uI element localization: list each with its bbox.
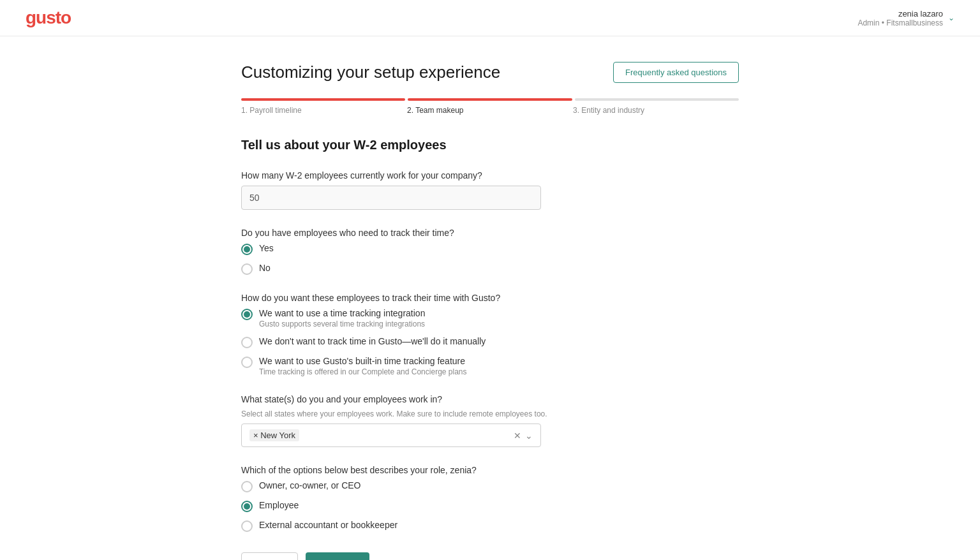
radio-manual-text: We don't want to track time in Gusto—we'…	[259, 336, 486, 346]
time-tracking-integration[interactable]: We want to use a time tracking integrati…	[241, 308, 739, 328]
role-accountant[interactable]: External accountant or bookkeeper	[241, 520, 739, 532]
progress-segment-1	[241, 98, 405, 101]
radio-builtin-sub: Time tracking is offered in our Complete…	[259, 367, 467, 376]
chevron-down-icon: ⌄	[948, 13, 954, 22]
progress-label-1: 1. Payroll timeline	[241, 106, 407, 115]
submit-button[interactable]: Submit	[306, 552, 369, 560]
state-tag-label: × New York	[253, 431, 295, 440]
employee-count-group: How many W-2 employees currently work fo…	[241, 170, 739, 210]
role-label: Which of the options below best describe…	[241, 465, 739, 475]
radio-accountant[interactable]	[241, 520, 253, 532]
time-tracking-label: How do you want these employees to track…	[241, 293, 739, 303]
user-name: zenia lazaro	[858, 9, 943, 18]
progress-segment-3	[575, 98, 739, 101]
state-tag-new-york: × New York	[249, 429, 299, 441]
time-tracking-method-group: How do you want these employees to track…	[241, 293, 739, 376]
button-row: Back Submit	[241, 552, 739, 560]
employee-count-input[interactable]	[241, 186, 541, 210]
radio-manual-label: We don't want to track time in Gusto—we'…	[259, 336, 486, 346]
role-group: Which of the options below best describe…	[241, 465, 739, 532]
track-time-yes[interactable]: Yes	[241, 243, 739, 255]
states-label: What state(s) do you and your employees …	[241, 394, 739, 404]
time-tracking-builtin[interactable]: We want to use Gusto's built-in time tra…	[241, 356, 739, 376]
role-employee[interactable]: Employee	[241, 500, 739, 512]
employee-count-label: How many W-2 employees currently work fo…	[241, 170, 739, 181]
states-select[interactable]: × New York ✕ ⌄	[241, 424, 541, 447]
progress-bar: 1. Payroll timeline 2. Team makeup 3. En…	[241, 98, 739, 115]
radio-integration-label: We want to use a time tracking integrati…	[259, 308, 425, 318]
gusto-logo: gusto	[26, 8, 71, 28]
radio-employee[interactable]	[241, 501, 253, 512]
radio-integration[interactable]	[241, 309, 253, 320]
time-tracking-options: We want to use a time tracking integrati…	[241, 308, 739, 376]
states-group: What state(s) do you and your employees …	[241, 394, 739, 447]
role-options: Owner, co-owner, or CEO Employee Externa…	[241, 480, 739, 532]
track-time-no-label: No	[259, 263, 271, 273]
role-owner-label: Owner, co-owner, or CEO	[259, 480, 361, 490]
section-title: Tell us about your W-2 employees	[241, 138, 739, 152]
dropdown-arrow-icon[interactable]: ⌄	[525, 431, 533, 441]
track-time-group: Do you have employees who need to track …	[241, 228, 739, 275]
progress-labels: 1. Payroll timeline 2. Team makeup 3. En…	[241, 106, 739, 115]
header: gusto zenia lazaro Admin • Fitsmallbusin…	[0, 0, 980, 36]
track-time-yes-label: Yes	[259, 243, 274, 253]
radio-builtin-text: We want to use Gusto's built-in time tra…	[259, 356, 467, 376]
progress-segments	[241, 98, 739, 101]
user-role: Admin • Fitsmallbusiness	[858, 18, 943, 27]
state-select-controls[interactable]: ✕ ⌄	[514, 431, 533, 441]
radio-manual[interactable]	[241, 337, 253, 348]
user-menu[interactable]: zenia lazaro Admin • Fitsmallbusiness ⌄	[858, 9, 954, 27]
radio-owner[interactable]	[241, 481, 253, 492]
radio-yes[interactable]	[241, 244, 253, 255]
states-sub: Select all states where your employees w…	[241, 409, 739, 418]
time-tracking-manual[interactable]: We don't want to track time in Gusto—we'…	[241, 336, 739, 348]
track-time-options: Yes No	[241, 243, 739, 275]
radio-builtin[interactable]	[241, 357, 253, 368]
role-accountant-label: External accountant or bookkeeper	[259, 520, 397, 530]
progress-label-3: 3. Entity and industry	[573, 106, 739, 115]
radio-integration-sub: Gusto supports several time tracking int…	[259, 320, 425, 328]
main-content: Customizing your setup experience Freque…	[203, 36, 777, 560]
role-employee-label: Employee	[259, 500, 299, 510]
radio-builtin-label: We want to use Gusto's built-in time tra…	[259, 356, 467, 366]
radio-no[interactable]	[241, 263, 253, 275]
page-title: Customizing your setup experience	[241, 63, 500, 82]
track-time-no[interactable]: No	[241, 263, 739, 275]
progress-label-2: 2. Team makeup	[407, 106, 573, 115]
radio-integration-text: We want to use a time tracking integrati…	[259, 308, 425, 328]
title-row: Customizing your setup experience Freque…	[241, 62, 739, 83]
clear-state-icon[interactable]: ✕	[514, 431, 521, 441]
back-button[interactable]: Back	[241, 552, 298, 560]
role-owner[interactable]: Owner, co-owner, or CEO	[241, 480, 739, 492]
track-time-label: Do you have employees who need to track …	[241, 228, 739, 238]
progress-segment-2	[408, 98, 572, 101]
faq-button[interactable]: Frequently asked questions	[613, 62, 739, 83]
